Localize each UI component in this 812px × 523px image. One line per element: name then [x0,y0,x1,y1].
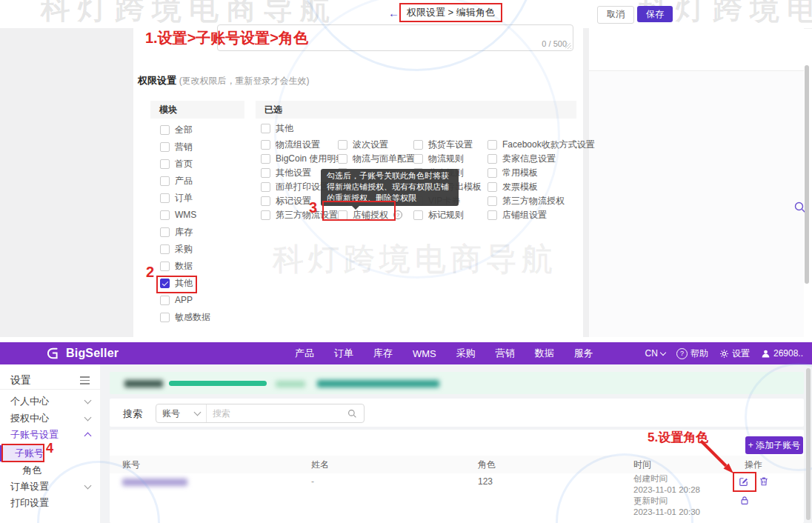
checkbox-icon[interactable] [487,168,497,178]
checkbox-icon[interactable] [413,210,423,220]
sidebar-item-subaccount-settings[interactable]: 子账号设置 [10,428,90,442]
chevron-down-icon [84,414,92,422]
checkbox-icon[interactable] [487,196,497,206]
perm-checkbox[interactable]: 第三方物流授权 [487,196,595,206]
checkbox-icon[interactable] [160,193,170,203]
nav-services[interactable]: 服务 [574,347,593,360]
checkbox-icon[interactable] [160,313,170,322]
checkbox-icon[interactable] [413,140,423,150]
help-menu[interactable]: ? 帮助 [676,347,708,360]
module-checkbox[interactable]: 产品 [160,176,210,186]
breadcrumb: 权限设置 > 编辑角色 [399,3,502,22]
perm-checkbox-other[interactable]: 其他 [261,123,293,133]
user-menu[interactable]: 26908.. [761,348,803,359]
sidebar-title: 设置 [10,374,31,387]
perm-checkbox[interactable]: 标记规则 [413,210,487,220]
checkbox-icon[interactable] [487,182,497,192]
annotation-step1: 1.设置>子账号设置>角色 [145,28,308,48]
checkbox-icon[interactable] [160,125,170,135]
perm-checkbox[interactable]: 店铺组设置 [487,210,595,220]
checkbox-icon[interactable] [160,176,170,186]
perm-checkbox[interactable]: 物流组设置 [261,139,338,150]
module-checkbox[interactable]: 数据 [160,261,210,271]
save-button[interactable]: 保存 [637,6,673,22]
checkbox-icon[interactable] [261,182,270,192]
annotation-step2: 2 [146,264,154,281]
module-checkbox-all[interactable]: 全部 [160,124,210,135]
vertical-scrollbar[interactable] [806,368,811,520]
module-checkbox[interactable]: 采购 [160,244,210,254]
sidebar-item-order-settings[interactable]: 订单设置 [10,480,90,493]
checkbox-icon[interactable] [160,210,170,220]
sidebar-item-auth-center[interactable]: 授权中心 [10,412,90,425]
nav-inventory[interactable]: 库存 [373,347,393,360]
nav-marketing[interactable]: 营销 [496,347,515,360]
annotation-arrow [695,439,739,479]
search-input[interactable] [207,404,347,422]
checkbox-icon[interactable] [261,210,270,220]
checkbox-icon[interactable] [160,262,170,271]
perm-label: BigCoin 使用明细 [276,153,345,165]
perm-checkbox[interactable]: 波次设置 [338,139,413,150]
perm-checkbox[interactable]: 常用模板 [487,167,595,178]
perm-checkbox[interactable]: BigCoin 使用明细 [261,153,338,164]
checkbox-icon[interactable] [160,159,170,169]
nav-wms[interactable]: WMS [413,348,436,359]
checkbox-icon[interactable] [160,227,170,237]
back-arrow-icon[interactable]: ← [388,7,399,19]
module-checkbox[interactable]: 订单 [160,193,210,203]
cell-time: 创建时间 2023-11-01 20:28 更新时间 2023-11-01 20… [633,473,700,518]
nav-data[interactable]: 数据 [535,347,554,360]
search-icon[interactable] [347,408,358,419]
module-checkbox[interactable]: 首页 [160,159,210,169]
annotation-step3: 3 [309,199,317,216]
module-label: 全部 [175,124,193,136]
settings-menu[interactable]: 设置 [719,347,750,360]
language-selector[interactable]: CN [645,348,665,359]
checkbox-icon[interactable] [338,154,347,164]
delete-icon[interactable] [759,476,769,490]
checkbox-icon[interactable] [413,154,423,164]
module-checkbox[interactable]: APP [160,295,210,305]
bigseller-header: BigSeller 产品 订单 库存 WMS 采购 营销 数据 服务 CN ? … [0,342,812,364]
lock-icon[interactable] [739,495,750,509]
checkbox-icon[interactable] [160,296,170,305]
header-right-tools: CN ? 帮助 设置 26908.. [645,342,803,364]
module-checkbox[interactable]: 营销 [160,141,210,152]
menu-fold-icon[interactable] [80,376,90,384]
nav-orders[interactable]: 订单 [334,347,353,360]
nav-purchase[interactable]: 采购 [456,347,476,360]
checkbox-icon[interactable] [261,196,270,206]
checkbox-icon[interactable] [487,210,497,220]
perm-label: 波次设置 [353,139,388,151]
module-checkbox[interactable]: 库存 [160,227,210,237]
bigseller-logo[interactable]: BigSeller [47,342,119,364]
vertical-scrollbar[interactable] [805,65,809,284]
sidebar-item-print-settings[interactable]: 打印设置 [10,496,90,510]
perm-checkbox[interactable]: 卖家信息设置 [487,153,595,164]
module-checkbox[interactable]: 敏感数据 [160,312,210,322]
resize-grip-icon[interactable] [565,43,571,49]
sidebar-item-role[interactable]: 角色 [22,464,102,477]
checkbox-icon[interactable] [338,140,347,150]
checkbox-icon[interactable] [487,140,497,150]
module-checkbox[interactable]: WMS [160,210,210,220]
checkbox-icon[interactable] [160,244,170,254]
perm-label: 卖家信息设置 [502,153,556,165]
checkbox-icon[interactable] [261,168,270,178]
checkbox-icon[interactable] [261,154,270,164]
perm-checkbox[interactable]: 发票模板 [487,181,595,192]
sidebar-item-personal-center[interactable]: 个人中心 [10,395,90,408]
checkbox-icon[interactable] [160,142,170,152]
checkbox-icon[interactable] [487,154,497,164]
checkbox-icon[interactable] [261,140,270,150]
perm-checkbox[interactable]: Facebook收款方式设置 [487,139,595,150]
search-field-select[interactable]: 账号 [156,404,207,422]
perm-checkbox[interactable]: 拣货车设置 [413,139,487,150]
perm-checkbox[interactable]: 物流与面单配置 [338,153,413,164]
cancel-button[interactable]: 取消 [597,6,634,24]
checkbox-icon[interactable] [261,124,270,133]
perm-checkbox[interactable]: 物流规则 [413,153,487,164]
nav-products[interactable]: 产品 [295,347,314,360]
add-subaccount-button[interactable]: + 添加子账号 [745,436,803,454]
